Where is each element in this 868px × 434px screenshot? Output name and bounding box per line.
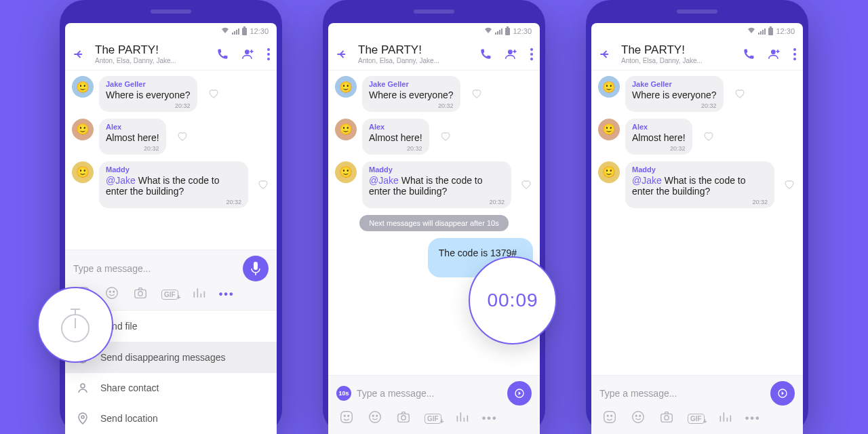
phone-mockup-2: 12:30 The PARTY! Anton, Elsa, Danny, Jak…	[323, 0, 545, 434]
back-button[interactable]	[598, 47, 612, 61]
like-icon[interactable]	[732, 85, 748, 102]
message-bubble[interactable]: Alex Almost here! 20:32	[99, 119, 166, 155]
camera-icon[interactable]	[659, 410, 674, 427]
chat-header: The PARTY! Anton, Elsa, Danny, Jake...	[65, 39, 277, 71]
sheet-share-contact[interactable]: Share contact	[65, 373, 277, 403]
sheet-send-location[interactable]: Send location	[65, 403, 277, 434]
svg-point-41	[665, 416, 669, 420]
phone-mockup-1: 12:30 The PARTY! Anton, Elsa, Danny, Jak…	[60, 0, 282, 434]
call-icon[interactable]	[216, 47, 229, 61]
more-icon[interactable]	[793, 48, 796, 60]
sticker-icon[interactable]	[339, 410, 354, 427]
message-text: Where is everyone?	[632, 90, 717, 101]
mic-button[interactable]	[243, 256, 269, 281]
like-icon[interactable]	[701, 128, 717, 144]
attachment-icons: GIF+ •••	[599, 406, 795, 433]
message-row: 🙂 Maddy @Jake What is the code to enter …	[598, 161, 796, 209]
add-user-icon[interactable]	[241, 47, 255, 61]
send-button[interactable]	[507, 381, 532, 406]
mention[interactable]: @Jake	[106, 175, 136, 186]
like-icon[interactable]	[469, 85, 485, 102]
chat-subtitle: Anton, Elsa, Danny, Jake...	[358, 57, 469, 64]
gif-icon[interactable]: GIF+	[161, 290, 178, 300]
message-bubble[interactable]: Jake Geller Where is everyone? 20:32	[625, 76, 724, 112]
message-row: 🙂 Jake Geller Where is everyone? 20:32	[598, 76, 796, 112]
like-icon[interactable]	[256, 176, 270, 193]
more-icon[interactable]	[267, 48, 270, 60]
more-attachments-icon[interactable]: •••	[219, 288, 235, 300]
message-bubble[interactable]: Maddy @Jake What is the code to enter th…	[99, 161, 248, 209]
avatar[interactable]: 🙂	[72, 76, 94, 98]
message-bubble[interactable]: Maddy @Jake What is the code to enter th…	[362, 161, 511, 209]
status-time: 12:30	[250, 27, 269, 35]
camera-icon[interactable]	[396, 410, 411, 427]
poll-icon[interactable]	[718, 410, 732, 427]
message-bubble[interactable]: Alex Almost here! 20:32	[362, 119, 429, 155]
emoji-icon[interactable]	[104, 285, 119, 303]
countdown-callout: 00:09	[469, 256, 557, 344]
emoji-icon[interactable]	[631, 410, 646, 427]
sender-name: Jake Geller	[106, 80, 191, 88]
like-icon[interactable]	[437, 128, 454, 144]
send-button[interactable]	[770, 381, 795, 406]
sender-name: Maddy	[632, 165, 768, 174]
like-icon[interactable]	[174, 128, 191, 144]
avatar[interactable]: 🙂	[598, 119, 620, 140]
message-text: @Jake What is the code to enter the buil…	[632, 175, 768, 198]
like-icon[interactable]	[519, 176, 533, 193]
message-bubble[interactable]: Jake Geller Where is everyone? 20:32	[362, 76, 460, 112]
more-attachments-icon[interactable]: •••	[482, 412, 498, 425]
svg-point-1	[267, 48, 270, 51]
call-icon[interactable]	[742, 47, 755, 61]
wifi-icon	[221, 27, 229, 35]
message-bubble[interactable]: Alex Almost here! 20:32	[625, 119, 692, 155]
message-input[interactable]: Type a message...	[599, 384, 765, 403]
avatar[interactable]: 🙂	[335, 119, 357, 140]
message-input[interactable]: Type a message...	[73, 259, 237, 278]
avatar[interactable]: 🙂	[598, 76, 620, 98]
gif-icon[interactable]: GIF+	[425, 414, 441, 424]
call-icon[interactable]	[479, 47, 492, 61]
poll-icon[interactable]	[192, 286, 205, 302]
svg-point-8	[106, 288, 118, 299]
message-row: 🙂 Maddy @Jake What is the code to enter …	[335, 161, 533, 209]
add-user-icon[interactable]	[505, 47, 518, 61]
more-attachments-icon[interactable]: •••	[745, 412, 761, 425]
wifi-icon	[484, 27, 492, 35]
mention[interactable]: @Jake	[632, 175, 662, 186]
svg-point-28	[401, 416, 406, 420]
message-bubble[interactable]: Jake Geller Where is everyone? 20:32	[99, 76, 197, 112]
like-icon[interactable]	[783, 176, 796, 193]
avatar[interactable]: 🙂	[335, 76, 357, 98]
camera-icon[interactable]	[133, 285, 148, 303]
avatar[interactable]: 🙂	[335, 161, 357, 183]
chat-title: The PARTY!	[358, 43, 469, 57]
mention[interactable]: @Jake	[369, 175, 399, 186]
disappearing-timer-chip[interactable]: 10s	[336, 386, 351, 401]
more-icon[interactable]	[530, 48, 533, 60]
svg-point-25	[372, 415, 374, 416]
avatar[interactable]: 🙂	[598, 161, 620, 183]
message-list: 🙂 Jake Geller Where is everyone? 20:32 🙂…	[65, 71, 277, 250]
add-user-icon[interactable]	[768, 47, 781, 61]
svg-point-18	[530, 53, 533, 56]
location-icon	[76, 412, 90, 425]
message-bubble[interactable]: Maddy @Jake What is the code to enter th…	[625, 161, 774, 209]
message-time: 20:32	[407, 145, 422, 152]
avatar[interactable]: 🙂	[72, 119, 94, 140]
poll-icon[interactable]	[455, 410, 469, 427]
svg-point-38	[635, 415, 637, 416]
signal-icon	[495, 28, 502, 35]
back-button[interactable]	[335, 47, 349, 61]
emoji-icon[interactable]	[368, 410, 382, 427]
sticker-icon[interactable]	[602, 410, 617, 427]
back-button[interactable]	[72, 47, 85, 61]
avatar[interactable]: 🙂	[72, 161, 94, 183]
svg-point-24	[370, 412, 381, 423]
message-input[interactable]: Type a message...	[357, 384, 502, 403]
chat-header: The PARTY! Anton, Elsa, Danny, Jake...	[328, 39, 540, 71]
svg-point-37	[633, 412, 644, 423]
gif-icon[interactable]: GIF+	[688, 414, 705, 424]
like-icon[interactable]	[205, 85, 222, 102]
status-bar: 12:30	[328, 23, 540, 39]
